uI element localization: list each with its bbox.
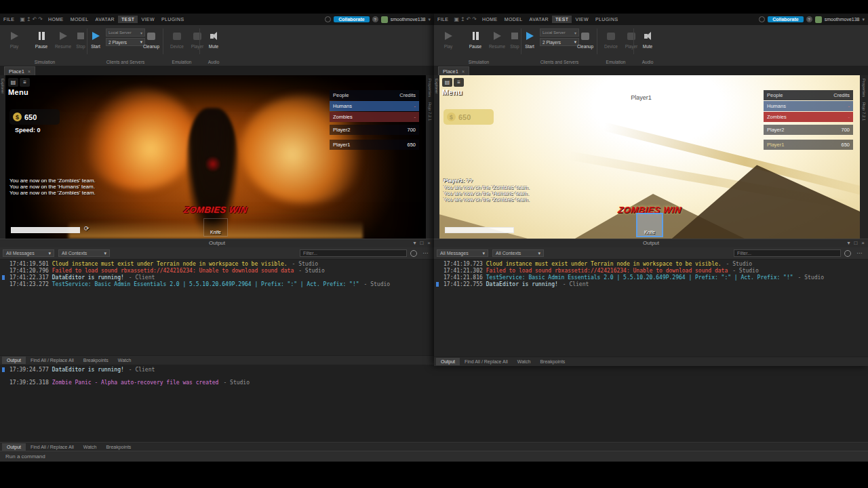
clear-output-icon[interactable]: [410, 250, 417, 257]
sidebar-tab-rojo[interactable]: Rojo 7.2.1: [428, 102, 432, 121]
avatar[interactable]: [815, 16, 822, 23]
hamburger-menu-button[interactable]: ≡: [20, 78, 30, 87]
menu-view[interactable]: VIEW: [572, 16, 592, 23]
help-icon[interactable]: ?: [806, 16, 812, 22]
game-icon-button[interactable]: ▤: [8, 78, 18, 87]
tab-output[interactable]: Output: [436, 358, 460, 365]
menu-model[interactable]: MODEL: [67, 16, 92, 23]
respawn-icon[interactable]: ⟳: [84, 225, 90, 232]
menu-test[interactable]: TEST: [552, 16, 572, 23]
cleanup-button[interactable]: Cleanup: [575, 28, 595, 49]
command-bar-input[interactable]: Run a command: [0, 451, 868, 462]
play-icon: [11, 32, 18, 40]
tab-watch[interactable]: Watch: [113, 357, 136, 364]
menu-avatar[interactable]: AVATAR: [92, 16, 118, 23]
all-contexts-dropdown[interactable]: All Contexts▾: [58, 249, 110, 257]
mute-button[interactable]: Mute: [203, 28, 224, 49]
notification-bell-icon[interactable]: [325, 16, 331, 22]
redo-icon[interactable]: ↷: [38, 17, 43, 22]
tab-watch[interactable]: Watch: [79, 443, 102, 451]
menu-avatar[interactable]: AVATAR: [526, 16, 552, 23]
collaborate-button[interactable]: Collaborate: [334, 16, 370, 22]
panel-options-icon[interactable]: ▾: [847, 239, 850, 247]
tab-output[interactable]: Output: [2, 443, 26, 451]
close-icon[interactable]: ×: [28, 69, 31, 74]
close-icon[interactable]: ×: [861, 239, 865, 247]
tab-find-all-replace-all[interactable]: Find All / Replace All: [26, 443, 79, 451]
all-messages-dropdown[interactable]: All Messages▾: [437, 249, 488, 257]
float-panel-icon[interactable]: □: [854, 239, 857, 247]
players-count-dropdown[interactable]: 2 Players▾: [106, 38, 145, 46]
doc-tab-label: Place1: [9, 68, 24, 75]
undo-icon[interactable]: ↶: [33, 17, 37, 22]
tab-breakpoints[interactable]: Breakpoints: [101, 443, 136, 451]
sidebar-tab-explorer[interactable]: Explorer: [1, 79, 5, 94]
menu-plugins[interactable]: PLUGINS: [592, 16, 622, 23]
chevron-down-icon[interactable]: ▾: [428, 17, 431, 22]
game-viewport[interactable]: ▤ ≡ Menu $ 650 Speed: 0 People Credits H…: [5, 75, 426, 239]
menu-home[interactable]: HOME: [45, 16, 67, 23]
pause-button[interactable]: Pause: [465, 28, 486, 49]
blood-effect: [205, 155, 220, 173]
help-icon[interactable]: ?: [372, 16, 378, 22]
float-panel-icon[interactable]: □: [420, 239, 423, 247]
sidebar-tab-rojo[interactable]: Rojo 7.2.1: [862, 102, 866, 121]
mute-button[interactable]: Mute: [637, 28, 658, 49]
more-options-icon[interactable]: …: [856, 248, 863, 255]
publish-icon[interactable]: ↥: [460, 17, 465, 22]
output-panel: Output ▾ □ × All Messages▾ All Contexts▾…: [434, 239, 868, 366]
sidebar-tab-properties[interactable]: Properties: [862, 79, 866, 97]
menu-view[interactable]: VIEW: [138, 16, 158, 23]
studio-window-right: FILE ▣ ↥ ↶ ↷ HOME MODEL AVATAR TEST VIEW…: [434, 14, 868, 366]
tab-find-all-replace-all[interactable]: Find All / Replace All: [26, 357, 79, 364]
tab-place1[interactable]: Place1 ×: [4, 66, 35, 75]
close-icon[interactable]: ×: [427, 239, 431, 247]
game-menu-button[interactable]: Menu: [8, 88, 30, 96]
start-server-button[interactable]: Start: [519, 28, 540, 49]
tab-place1[interactable]: Place1 ×: [438, 66, 469, 75]
panel-options-icon[interactable]: ▾: [413, 239, 416, 247]
sidebar-tab-properties[interactable]: Properties: [428, 79, 432, 97]
cleanup-button[interactable]: Cleanup: [141, 28, 161, 49]
more-options-icon[interactable]: …: [422, 248, 429, 255]
clear-output-icon[interactable]: [844, 250, 851, 257]
pause-button[interactable]: Pause: [31, 28, 52, 49]
output-panel-header: Output ▾ □ ×: [434, 239, 868, 247]
players-count-dropdown[interactable]: 2 Players▾: [540, 38, 579, 46]
hamburger-menu-button[interactable]: ≡: [454, 78, 464, 87]
undo-icon[interactable]: ↶: [467, 17, 471, 22]
tab-watch[interactable]: Watch: [513, 358, 536, 365]
menu-model[interactable]: MODEL: [501, 16, 526, 23]
menu-plugins[interactable]: PLUGINS: [158, 16, 188, 23]
tab-breakpoints[interactable]: Breakpoints: [535, 358, 570, 365]
all-messages-dropdown[interactable]: All Messages▾: [3, 249, 54, 257]
game-viewport[interactable]: Player1 ▤ ≡ Menu $ 650 People Credits Hu…: [439, 75, 860, 239]
menu-bar: FILE ▣ ↥ ↶ ↷ HOME MODEL AVATAR TEST VIEW…: [434, 14, 868, 25]
menu-test[interactable]: TEST: [118, 16, 138, 23]
notification-bell-icon[interactable]: [759, 16, 765, 22]
redo-icon[interactable]: ↷: [472, 17, 477, 22]
game-icon-button[interactable]: ▤: [442, 78, 452, 87]
sidebar-tab-explorer[interactable]: Explorer: [435, 79, 439, 94]
output-filter-input[interactable]: [734, 249, 841, 257]
save-icon[interactable]: ▣: [454, 17, 459, 22]
close-icon[interactable]: ×: [462, 69, 465, 74]
publish-icon[interactable]: ↥: [26, 17, 31, 22]
menu-home[interactable]: HOME: [479, 16, 501, 23]
save-icon[interactable]: ▣: [20, 17, 25, 22]
hotbar-slot-knife[interactable]: Knife: [203, 218, 228, 237]
chevron-down-icon: ▾: [538, 251, 540, 256]
tab-output[interactable]: Output: [2, 357, 26, 364]
output-filter-input[interactable]: [300, 249, 407, 257]
all-contexts-dropdown[interactable]: All Contexts▾: [492, 249, 544, 257]
start-server-button[interactable]: Start: [85, 28, 106, 49]
avatar[interactable]: [381, 16, 388, 23]
collaborate-button[interactable]: Collaborate: [768, 16, 804, 22]
tab-find-all-replace-all[interactable]: Find All / Replace All: [460, 358, 513, 365]
menu-file[interactable]: FILE: [0, 16, 18, 23]
tab-breakpoints[interactable]: Breakpoints: [79, 357, 113, 364]
game-menu-button[interactable]: Menu: [442, 88, 464, 96]
hotbar-slot-knife-selected[interactable]: Knife: [636, 213, 663, 237]
menu-file[interactable]: FILE: [434, 16, 452, 23]
chevron-down-icon[interactable]: ▾: [862, 17, 865, 22]
